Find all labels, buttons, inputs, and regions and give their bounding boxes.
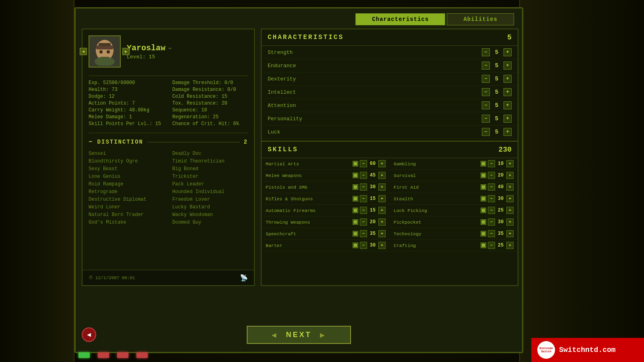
martial-arts-plus[interactable]: + — [378, 160, 386, 167]
barter-value: 30 — [368, 243, 377, 248]
pistols-plus[interactable]: + — [378, 183, 386, 191]
gambling-minus[interactable]: − — [488, 160, 495, 167]
light-red-3 — [136, 352, 148, 358]
tab-abilities[interactable]: Abilities — [447, 13, 514, 25]
distinction-doomed-guy[interactable]: Doomed Guy — [172, 220, 248, 225]
personality-minus-button[interactable]: − — [482, 115, 490, 123]
lock-picking-minus[interactable]: − — [488, 207, 495, 214]
character-level: Level: 15 — [127, 54, 248, 60]
rifles-minus[interactable]: − — [360, 195, 367, 202]
distinction-bloodthirsty-ogre[interactable]: Bloodthirsty Ogre — [89, 158, 164, 164]
distinction-lucky-bastard[interactable]: Lucky Bastard — [172, 204, 248, 210]
distinction-roid-rampage[interactable]: Roid Rampage — [89, 181, 164, 187]
attention-minus-button[interactable]: − — [482, 101, 490, 109]
char-luck-label: Luck — [268, 129, 482, 135]
pickpocket-plus[interactable]: + — [506, 218, 514, 226]
technology-plus[interactable]: + — [506, 230, 514, 237]
distinction-minus-icon[interactable]: − — [89, 138, 93, 146]
speechcraft-minus[interactable]: − — [360, 230, 367, 237]
distinction-sensei[interactable]: Sensei — [89, 151, 164, 156]
next-button[interactable]: ◀ NEXT ▶ — [247, 326, 351, 344]
speechcraft-value: 35 — [368, 231, 377, 237]
personality-plus-button[interactable]: + — [504, 115, 512, 123]
personality-controls: − 5 + — [482, 115, 512, 123]
distinction-destructive-diplomat[interactable]: Destructive Diplomat — [89, 197, 164, 202]
technology-minus[interactable]: − — [488, 230, 495, 237]
stat-damage-resistance: Damage Resistance: 0/0 — [172, 87, 248, 93]
endurance-plus-button[interactable]: + — [504, 62, 512, 70]
stealth-minus[interactable]: − — [488, 195, 495, 202]
auto-plus[interactable]: + — [378, 207, 386, 214]
rifles-plus[interactable]: + — [378, 195, 386, 202]
distinction-lone-genius[interactable]: Lone Genius — [89, 174, 164, 179]
martial-arts-minus[interactable]: − — [360, 160, 367, 167]
strength-controls: − 5 + — [482, 48, 512, 56]
lock-picking-value: 25 — [496, 208, 505, 213]
pickpocket-minus[interactable]: − — [488, 218, 495, 226]
avatar-prev-button[interactable]: ◀ — [80, 48, 87, 55]
distinction-big-boned[interactable]: Big Boned — [172, 166, 248, 172]
skill-pickpocket-label: Pickpocket — [394, 220, 479, 225]
endurance-minus-button[interactable]: − — [482, 62, 490, 70]
distinction-hounded-individual[interactable]: Hounded Individual — [172, 189, 248, 195]
crafting-minus[interactable]: − — [488, 242, 495, 249]
lock-picking-plus[interactable]: + — [506, 207, 514, 214]
distinction-sexy-beast[interactable]: Sexy Beast — [89, 166, 164, 172]
svg-point-2 — [99, 50, 103, 53]
skill-technology-label: Technology — [394, 231, 479, 237]
char-name-block: Yaroslaw ✏ Level: 15 — [127, 43, 248, 60]
distinction-wacky-woodsman[interactable]: Wacky Woodsman — [172, 212, 248, 218]
dexterity-minus-button[interactable]: − — [482, 75, 490, 83]
survival-minus[interactable]: − — [488, 172, 495, 179]
distinction-natural-born-trader[interactable]: Natural Born Trader — [89, 212, 164, 218]
distinction-timid-theoretician[interactable]: Timid Theoretician — [172, 158, 248, 164]
pistols-minus[interactable]: − — [360, 183, 367, 191]
dexterity-plus-button[interactable]: + — [504, 75, 512, 83]
intellect-minus-button[interactable]: − — [482, 88, 490, 96]
distinction-label: DISTINCTION — [97, 139, 143, 145]
luck-plus-button[interactable]: + — [504, 128, 512, 136]
strength-minus-button[interactable]: − — [482, 48, 490, 56]
strength-plus-button[interactable]: + — [504, 48, 512, 56]
skill-rifles-row: Rifles & Shotguns −15+ — [262, 193, 390, 205]
speechcraft-plus[interactable]: + — [378, 230, 386, 237]
skill-rifles-bar — [353, 196, 358, 202]
crafting-plus[interactable]: + — [506, 242, 514, 249]
pickpocket-value: 30 — [496, 219, 505, 225]
skill-stealth-bar — [481, 196, 486, 202]
avatar-next-button[interactable]: ▶ — [122, 48, 130, 55]
melee-weapons-minus[interactable]: − — [360, 172, 367, 179]
skills-grid: Martial Arts −60+ Melee Weapons −45+ Pis… — [262, 158, 518, 251]
distinction-trickster[interactable]: Trickster — [172, 174, 248, 179]
barter-minus[interactable]: − — [360, 242, 367, 249]
intellect-plus-button[interactable]: + — [504, 88, 512, 96]
first-aid-plus[interactable]: + — [506, 183, 514, 191]
divider-2 — [89, 133, 248, 133]
throwing-minus[interactable]: − — [360, 218, 367, 226]
gambling-plus[interactable]: + — [506, 160, 514, 167]
distinction-gods-mistake[interactable]: God's Mistake — [89, 220, 164, 225]
skill-pistols-label: Pistols and SMG — [266, 185, 351, 190]
throwing-plus[interactable]: + — [378, 218, 386, 226]
survival-plus[interactable]: + — [506, 172, 514, 179]
distinction-deadly-doc[interactable]: Deadly Doc — [172, 151, 248, 156]
auto-minus[interactable]: − — [360, 207, 367, 214]
main-container: Characteristics Abilities ◀ — [74, 7, 523, 353]
char-header: ◀ ▶ Yaroslaw — [83, 29, 254, 74]
melee-weapons-plus[interactable]: + — [378, 172, 386, 179]
first-aid-minus[interactable]: − — [488, 183, 495, 191]
distinction-freedom-lover[interactable]: Freedom Lover — [172, 197, 248, 202]
edit-name-icon[interactable]: ✏ — [169, 45, 171, 51]
distinction-weird-loner[interactable]: Weird Loner — [89, 204, 164, 210]
attention-plus-button[interactable]: + — [504, 101, 512, 109]
stealth-plus[interactable]: + — [506, 195, 514, 202]
tab-characteristics[interactable]: Characteristics — [355, 13, 445, 25]
clock-icon: ⏱ — [89, 275, 93, 280]
skill-stealth-label: Stealth — [394, 196, 479, 202]
distinction-retrograde[interactable]: Retrograde — [89, 189, 164, 195]
distinction-pack-leader[interactable]: Pack Leader — [172, 181, 248, 187]
luck-minus-button[interactable]: − — [482, 128, 490, 136]
character-stats: Exp. 52500/60000 Damage Threshold: 0/0 H… — [83, 78, 254, 131]
barter-plus[interactable]: + — [378, 242, 386, 249]
endurance-controls: − 5 + — [482, 62, 512, 70]
